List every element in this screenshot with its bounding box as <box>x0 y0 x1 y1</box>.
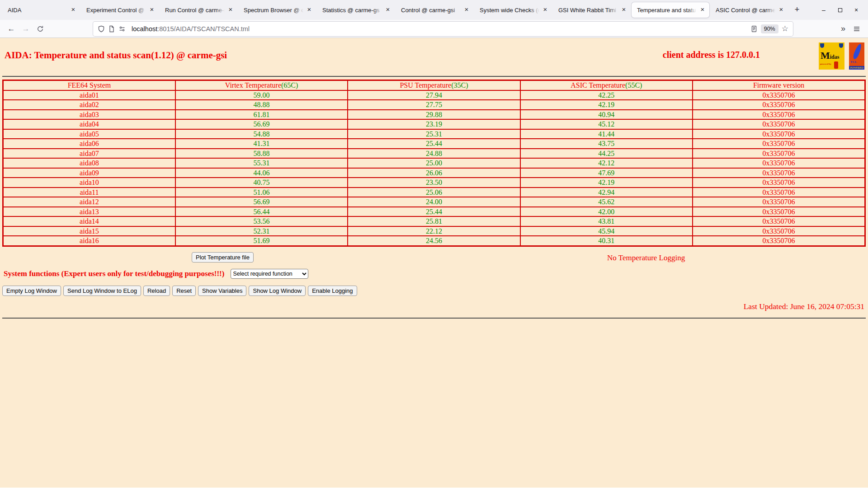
asic-temp-cell: 42.19 <box>520 100 693 110</box>
virtex-temp-cell: 61.81 <box>175 110 348 120</box>
virtex-temp-cell: 56.44 <box>175 207 348 217</box>
log-action-button[interactable]: Reload <box>143 286 170 296</box>
table-row: aida08 55.31 25.00 42.12 0x3350706 <box>3 158 865 168</box>
tab-close-icon[interactable]: × <box>226 6 235 14</box>
asic-temp-cell: 42.12 <box>520 158 693 168</box>
firmware-version-cell: 0x3350706 <box>693 119 865 129</box>
minimize-button[interactable]: – <box>817 6 830 14</box>
tab-title: Control @ carme-gsi <box>401 7 461 14</box>
column-header-psu: PSU Temperature(35C) <box>348 80 520 90</box>
fee64-name-cell: aida11 <box>3 188 175 197</box>
tab-close-icon[interactable]: × <box>462 6 471 14</box>
browser-tab[interactable]: ASIC Control @ carme × <box>710 2 788 18</box>
page-header: AIDA: Temperature and status scan(1.12) … <box>0 38 868 70</box>
column-header-fee64: FEE64 System <box>3 80 175 90</box>
plot-temperature-file-button[interactable]: Plot Temperature file <box>192 252 254 263</box>
tab-close-icon[interactable]: × <box>384 6 392 14</box>
psu-temp-cell: 25.44 <box>348 207 520 217</box>
zoom-level-badge[interactable]: 90% <box>761 24 778 33</box>
tab-title: ASIC Control @ carme <box>716 7 775 14</box>
browser-tab[interactable]: AIDA × <box>2 2 80 18</box>
log-action-button[interactable]: Send Log Window to ELog <box>63 286 141 296</box>
log-action-button[interactable]: Show Log Window <box>249 286 306 296</box>
table-row: aida10 40.75 23.50 42.19 0x3350706 <box>3 178 865 188</box>
log-action-button[interactable]: Empty Log Window <box>2 286 61 296</box>
fee64-name-cell: aida07 <box>3 149 175 159</box>
firmware-version-cell: 0x3350706 <box>693 100 865 110</box>
table-row: aida09 44.06 26.06 47.69 0x3350706 <box>3 168 865 178</box>
firmware-version-cell: 0x3350706 <box>693 139 865 149</box>
log-action-button[interactable]: Enable Logging <box>308 286 357 296</box>
tcl-feather-icon <box>852 43 863 60</box>
midas-shield-icon <box>820 43 824 48</box>
virtex-temp-cell: 58.88 <box>175 149 348 159</box>
close-button[interactable]: × <box>850 6 863 14</box>
fee64-name-cell: aida09 <box>3 168 175 178</box>
browser-tab[interactable]: Experiment Control @ ca × <box>81 2 159 18</box>
tcl-powered-logo: TCL POWERED <box>849 42 864 70</box>
new-tab-button[interactable]: + <box>790 3 804 17</box>
url-input[interactable]: localhost:8015/AIDA/TSCAN/TSCAN.tml 90% … <box>93 22 793 36</box>
psu-temp-cell: 26.06 <box>348 168 520 178</box>
page-content: AIDA: Temperature and status scan(1.12) … <box>0 38 868 488</box>
browser-tab[interactable]: Temperature and statu × <box>632 2 709 18</box>
tab-title: Run Control @ carme-g <box>165 7 225 14</box>
asic-temp-cell: 43.81 <box>520 216 693 226</box>
tab-close-icon[interactable]: × <box>148 6 156 14</box>
maximize-button[interactable] <box>834 6 846 14</box>
permissions-sliders-icon[interactable] <box>118 25 126 33</box>
tab-close-icon[interactable]: × <box>698 6 707 14</box>
table-row: aida15 52.31 22.12 45.94 0x3350706 <box>3 226 865 236</box>
browser-tab[interactable]: Spectrum Browser @ ca × <box>238 2 316 18</box>
browser-tab[interactable]: Statistics @ carme-gs × <box>317 2 395 18</box>
tab-close-icon[interactable]: × <box>305 6 313 14</box>
tab-title: System wide Checks (c <box>480 7 539 14</box>
fee64-name-cell: aida13 <box>3 207 175 217</box>
tab-close-icon[interactable]: × <box>620 6 628 14</box>
log-action-button[interactable]: Reset <box>172 286 196 296</box>
bottom-divider <box>2 318 866 319</box>
shield-icon[interactable] <box>98 25 105 33</box>
app-menu-button[interactable] <box>850 22 863 36</box>
tcl-logo-text: TCL <box>850 60 857 64</box>
midas-powered-by-text: powered by <box>820 63 831 65</box>
forward-button[interactable]: → <box>19 22 33 36</box>
tab-close-icon[interactable]: × <box>541 6 549 14</box>
asic-temp-cell: 47.69 <box>520 168 693 178</box>
psu-temp-cell: 23.19 <box>348 119 520 129</box>
tab-title: Experiment Control @ ca <box>86 7 146 14</box>
column-limit: (65C) <box>281 81 298 89</box>
browser-tab[interactable]: Control @ carme-gsi × <box>396 2 473 18</box>
overflow-menu-button[interactable]: » <box>837 24 849 33</box>
fee64-name-cell: aida08 <box>3 158 175 168</box>
function-select[interactable]: Select required function <box>231 269 308 279</box>
table-row: aida12 56.69 24.00 45.62 0x3350706 <box>3 197 865 207</box>
tab-close-icon[interactable]: × <box>69 6 77 14</box>
fee64-name-cell: aida03 <box>3 110 175 120</box>
browser-tab[interactable]: Run Control @ carme-g × <box>160 2 237 18</box>
tab-close-icon[interactable]: × <box>777 6 785 14</box>
table-row: aida05 54.88 25.31 41.44 0x3350706 <box>3 129 865 139</box>
psu-temp-cell: 25.31 <box>348 129 520 139</box>
psu-temp-cell: 25.44 <box>348 139 520 149</box>
column-header-asic: ASIC Temperature(55C) <box>520 80 693 90</box>
browser-tab[interactable]: System wide Checks (c × <box>474 2 552 18</box>
virtex-temp-cell: 40.75 <box>175 178 348 188</box>
bookmark-star-icon[interactable]: ☆ <box>782 24 788 33</box>
fee64-name-cell: aida01 <box>3 90 175 100</box>
maximize-icon <box>838 8 842 12</box>
table-row: aida03 61.81 29.88 40.94 0x3350706 <box>3 110 865 120</box>
reload-button[interactable] <box>33 22 47 36</box>
psu-temp-cell: 22.12 <box>348 226 520 236</box>
browser-tab[interactable]: GSI White Rabbit Timi × <box>553 2 631 18</box>
page-info-icon[interactable] <box>108 25 115 33</box>
back-button[interactable]: ← <box>5 22 18 36</box>
psu-temp-cell: 24.00 <box>348 197 520 207</box>
table-row: aida02 48.88 27.75 42.19 0x3350706 <box>3 100 865 110</box>
reader-mode-icon[interactable] <box>750 25 758 33</box>
log-action-button[interactable]: Show Variables <box>198 286 246 296</box>
tab-title: Temperature and statu <box>637 7 697 14</box>
virtex-temp-cell: 56.69 <box>175 197 348 207</box>
table-row: aida11 51.06 25.06 42.94 0x3350706 <box>3 188 865 197</box>
psu-temp-cell: 25.00 <box>348 158 520 168</box>
